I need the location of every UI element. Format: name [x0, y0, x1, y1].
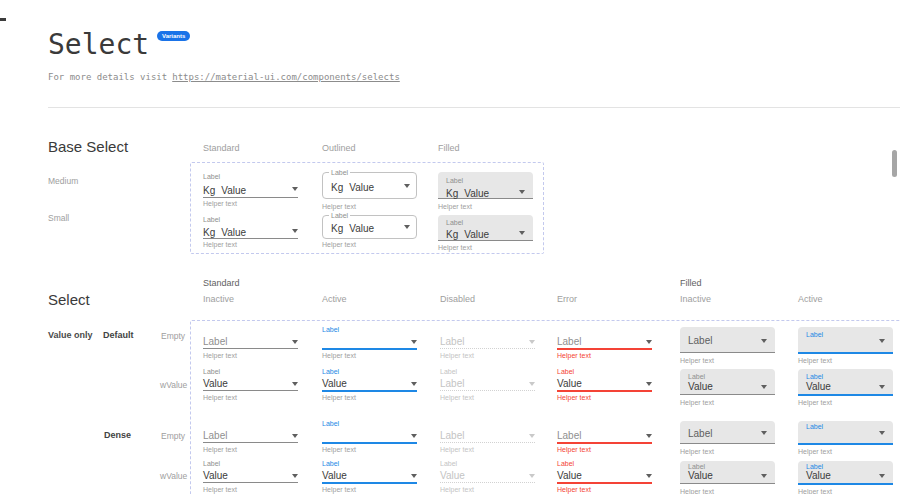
select-standard-error-wvalue[interactable]: Label Value Helper text: [557, 368, 652, 408]
select-standard-dense-inactive-empty[interactable]: Label Helper text: [203, 420, 298, 460]
select-standard-dense-inactive-wvalue[interactable]: Label Value Helper text: [203, 460, 298, 494]
select-value: Value: [221, 227, 246, 238]
dropdown-arrow-icon: [292, 434, 298, 438]
vertical-scrollbar-thumb[interactable]: [892, 150, 897, 177]
base-select-section-title: Base Select: [48, 138, 128, 155]
dropdown-arrow-icon: [879, 431, 885, 435]
select-value: Value: [688, 470, 713, 481]
select-filled-active-wvalue[interactable]: Label Value Helper text: [798, 368, 893, 408]
select-standard-inactive-wvalue[interactable]: Label Value Helper text: [203, 368, 298, 408]
select-underline: [557, 348, 652, 350]
subtitle-text: For more details visit: [48, 72, 167, 82]
select-label: Label: [203, 460, 220, 468]
base-select-outlined-small[interactable]: Label KgValue Helper text: [322, 214, 417, 254]
select-underline: [322, 482, 417, 484]
helper-text: Helper text: [798, 357, 832, 364]
select-filled-dense-active-empty[interactable]: Label Helper text: [798, 420, 893, 460]
state-header-inactive: Inactive: [203, 294, 234, 304]
material-ui-link[interactable]: https://material-ui.com/components/selec…: [172, 72, 400, 82]
select-value: Value: [806, 470, 831, 481]
base-select-filled-small[interactable]: Label KgValue Helper text: [438, 214, 533, 254]
select-underline: [203, 348, 298, 349]
select-standard-dense-active-wvalue[interactable]: Label Value Helper text: [322, 460, 417, 494]
base-select-standard-medium[interactable]: Label KgValue Helper text: [203, 170, 298, 210]
helper-text: Helper text: [798, 448, 832, 455]
helper-text: Helper text: [203, 352, 237, 359]
select-standard-dense-error-empty[interactable]: Label Helper text: [557, 420, 652, 460]
dropdown-arrow-icon: [529, 474, 535, 478]
select-underline: [203, 390, 298, 391]
select-label: Label: [440, 460, 457, 468]
select-adornment: Kg: [331, 223, 343, 234]
select-filled-active-empty[interactable]: Label Helper text: [798, 326, 893, 366]
select-adornment: Kg: [203, 227, 215, 238]
helper-text: Helper text: [680, 357, 714, 364]
helper-text: Helper text: [557, 394, 591, 401]
select-adornment: Kg: [203, 185, 215, 196]
select-placeholder: Label: [440, 430, 464, 441]
select-value: Value: [806, 381, 831, 392]
base-select-outlined-medium[interactable]: Label KgValue Helper text: [322, 170, 417, 210]
select-standard-error-empty[interactable]: Label Helper text: [557, 326, 652, 366]
dropdown-arrow-icon: [879, 474, 885, 478]
select-value: Value: [688, 381, 713, 392]
helper-text: Helper text: [203, 446, 237, 453]
filled-background: Label: [798, 327, 893, 354]
dropdown-arrow-icon: [292, 474, 298, 478]
select-adornment: Kg: [446, 229, 458, 240]
dropdown-arrow-icon: [761, 431, 767, 435]
state-header-error: Error: [557, 294, 577, 304]
state-header-active: Active: [322, 294, 347, 304]
dropdown-arrow-icon: [411, 434, 417, 438]
variants-badge: Variants: [157, 31, 190, 41]
dropdown-arrow-icon: [404, 184, 410, 188]
column-header-standard: Standard: [203, 143, 240, 153]
helper-text: Helper text: [203, 486, 237, 493]
row-label-dense: Dense: [104, 430, 131, 440]
column-header-outlined: Outlined: [322, 143, 356, 153]
filled-background: Label: [680, 327, 775, 353]
helper-text: Helper text: [440, 352, 474, 359]
filled-background: Label Value: [680, 461, 775, 484]
select-placeholder: Label: [203, 430, 227, 441]
select-standard-active-wvalue[interactable]: Label Value Helper text: [322, 368, 417, 408]
select-filled-dense-active-wvalue[interactable]: Label Value Helper text: [798, 460, 893, 494]
helper-text: Helper text: [557, 446, 591, 453]
select-filled-dense-inactive-empty[interactable]: Label Helper text: [680, 420, 775, 460]
select-docs-page: Select Variants For more details visitht…: [0, 0, 900, 494]
select-placeholder: Label: [440, 336, 464, 347]
select-standard-dense-active-empty[interactable]: Label Helper text: [322, 420, 417, 460]
helper-text: Helper text: [322, 203, 356, 210]
select-filled-dense-inactive-wvalue[interactable]: Label Value Helper text: [680, 460, 775, 494]
outlined-border: Label KgValue: [322, 215, 417, 239]
select-underline: [440, 482, 535, 483]
dropdown-arrow-icon: [519, 231, 525, 235]
select-standard-dense-disabled-wvalue: Label Value Helper text: [440, 460, 535, 494]
helper-text: Helper text: [440, 486, 474, 493]
filled-background: Label: [680, 421, 775, 444]
helper-text: Helper text: [203, 200, 237, 207]
column-header-filled: Filled: [438, 143, 460, 153]
select-adornment: Kg: [446, 188, 458, 199]
select-filled-inactive-wvalue[interactable]: Label Value Helper text: [680, 368, 775, 408]
helper-text: Helper text: [322, 394, 356, 401]
filled-background: Label: [798, 421, 893, 445]
select-standard-active-empty[interactable]: Label Helper text: [322, 326, 417, 366]
select-underline: [203, 442, 298, 443]
state-header-filled-inactive: Inactive: [680, 294, 711, 304]
select-underline: [203, 482, 298, 483]
helper-text: Helper text: [440, 446, 474, 453]
dropdown-arrow-icon: [411, 474, 417, 478]
select-value: Value: [349, 182, 374, 193]
base-select-standard-small[interactable]: Label KgValue Helper text: [203, 214, 298, 254]
dropdown-arrow-icon: [646, 434, 652, 438]
row-label-dense-empty: Empty: [161, 431, 185, 441]
group-header-filled: Filled: [680, 278, 702, 288]
base-select-filled-medium[interactable]: Label KgValue Helper text: [438, 170, 533, 210]
select-standard-dense-error-wvalue[interactable]: Label Value Helper text: [557, 460, 652, 494]
row-label-small: Small: [48, 213, 69, 223]
select-standard-inactive-empty[interactable]: Label Helper text: [203, 326, 298, 366]
row-label-default: Default: [103, 330, 134, 340]
select-filled-inactive-empty[interactable]: Label Helper text: [680, 326, 775, 366]
select-underline: [322, 348, 417, 350]
